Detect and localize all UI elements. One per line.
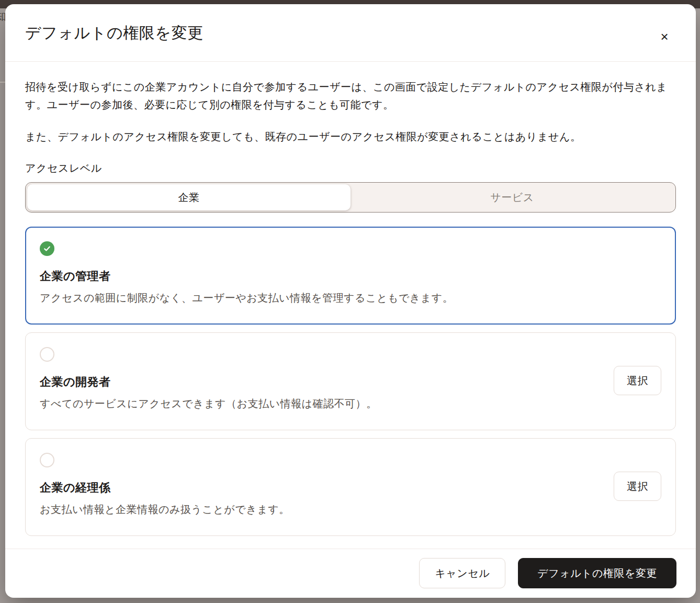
radio-unselected-icon[interactable] <box>40 347 54 362</box>
dialog-title: デフォルトの権限を変更 <box>25 23 675 43</box>
option-title: 企業の経理係 <box>40 480 614 496</box>
option-description: すべてのサービスにアクセスできます（お支払い情報は確認不可）。 <box>40 397 614 411</box>
selected-check-icon <box>40 241 54 256</box>
tab-service[interactable]: サービス <box>351 184 674 210</box>
option-title: 企業の開発者 <box>40 374 614 390</box>
background-divider <box>0 82 5 83</box>
change-default-permissions-dialog: デフォルトの権限を変更 × 招待を受け取らずにこの企業アカウントに自分で参加する… <box>5 4 696 598</box>
access-level-segmented-control: 企業 サービス <box>25 182 676 213</box>
screen: 知 デフォルトの権限を変更 × 招待を受け取らずにこの企業アカウントに自分で参加… <box>0 0 700 603</box>
tab-company[interactable]: 企業 <box>27 184 351 210</box>
select-developer-button[interactable]: 選択 <box>614 366 661 395</box>
dialog-body: 招待を受け取らずにこの企業アカウントに自分で参加するユーザーは、この画面で設定し… <box>5 62 696 549</box>
submit-button[interactable]: デフォルトの権限を変更 <box>518 558 676 588</box>
dialog-footer: キャンセル デフォルトの権限を変更 <box>5 549 696 598</box>
dialog-header: デフォルトの権限を変更 × <box>5 4 696 62</box>
option-company-developer-content: 企業の開発者 すべてのサービスにアクセスできます（お支払い情報は確認不可）。 <box>40 347 614 414</box>
intro-paragraph-1: 招待を受け取らずにこの企業アカウントに自分で参加するユーザーは、この画面で設定し… <box>25 78 676 114</box>
option-description: アクセスの範囲に制限がなく、ユーザーやお支払い情報を管理することもできます。 <box>40 291 661 305</box>
option-company-developer[interactable]: 企業の開発者 すべてのサービスにアクセスできます（お支払い情報は確認不可）。 選… <box>25 332 676 430</box>
access-level-label: アクセスレベル <box>25 161 676 175</box>
option-actions: 選択 <box>614 453 661 520</box>
option-company-accountant-content: 企業の経理係 お支払い情報と企業情報のみ扱うことができます。 <box>40 453 614 520</box>
intro-paragraph-2: また、デフォルトのアクセス権限を変更しても、既存のユーザーのアクセス権限が変更さ… <box>25 128 676 146</box>
option-company-admin[interactable]: 企業の管理者 アクセスの範囲に制限がなく、ユーザーやお支払い情報を管理することも… <box>25 227 676 325</box>
background-text-fragment: 知 <box>0 9 5 23</box>
option-company-accountant[interactable]: 企業の経理係 お支払い情報と企業情報のみ扱うことができます。 選択 <box>25 438 676 536</box>
option-actions: 選択 <box>614 347 661 414</box>
radio-unselected-icon[interactable] <box>40 453 54 467</box>
option-description: お支払い情報と企業情報のみ扱うことができます。 <box>40 502 614 517</box>
option-title: 企業の管理者 <box>40 269 661 284</box>
select-accountant-button[interactable]: 選択 <box>614 472 661 501</box>
close-icon[interactable]: × <box>656 28 673 45</box>
cancel-button[interactable]: キャンセル <box>419 558 505 588</box>
option-company-admin-content: 企業の管理者 アクセスの範囲に制限がなく、ユーザーやお支払い情報を管理することも… <box>40 241 661 308</box>
